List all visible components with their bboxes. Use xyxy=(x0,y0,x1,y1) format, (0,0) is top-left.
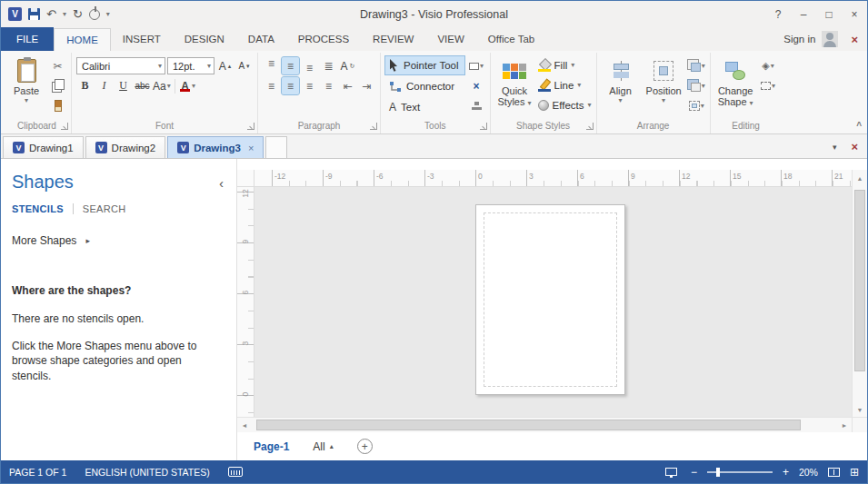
collapse-panel-icon[interactable]: ‹ xyxy=(219,175,224,191)
tab-design[interactable]: DESIGN xyxy=(173,28,236,51)
change-case-button[interactable]: Aa▾ xyxy=(153,77,171,94)
vertical-scrollbar[interactable]: ▼ xyxy=(852,187,867,417)
effects-button[interactable]: Effects ▾ xyxy=(538,96,592,114)
touch-mode-icon[interactable] xyxy=(89,9,100,20)
decrease-indent-button[interactable]: ⇤ xyxy=(339,77,356,94)
close-icon[interactable]: × xyxy=(842,1,867,27)
zoom-in-button[interactable]: + xyxy=(783,467,789,478)
underline-button[interactable]: U xyxy=(115,77,132,94)
position-button[interactable]: Position ▾ xyxy=(644,54,684,106)
cut-button[interactable]: ✂ xyxy=(49,57,66,74)
doc-tab-drawing3[interactable]: V Drawing3 × xyxy=(167,136,264,158)
font-family-select[interactable]: Calibri ▾ xyxy=(76,57,165,74)
scroll-down-button[interactable]: ▼ xyxy=(853,403,867,417)
line-button[interactable]: Line ▾ xyxy=(538,76,592,94)
insert-page-button[interactable]: + xyxy=(357,439,373,454)
grow-font-button[interactable]: A▴ xyxy=(216,57,234,74)
font-color-button[interactable]: A▾ xyxy=(179,77,196,94)
all-pages-dropdown[interactable]: All ▴ xyxy=(313,440,333,453)
align-top-button[interactable]: ≡ xyxy=(263,57,280,74)
align-middle-button[interactable]: ≡ xyxy=(282,57,299,74)
status-language[interactable]: ENGLISH (UNITED STATES) xyxy=(85,467,209,478)
paragraph-dialog-launcher-icon[interactable] xyxy=(370,123,377,130)
font-dialog-launcher-icon[interactable] xyxy=(247,123,254,130)
save-icon[interactable] xyxy=(28,8,40,20)
keyboard-icon[interactable] xyxy=(228,467,243,477)
fill-button[interactable]: Fill ▾ xyxy=(538,56,592,74)
close-drawing-icon[interactable]: × xyxy=(851,140,858,153)
visio-logo-icon[interactable]: V xyxy=(8,7,22,21)
doc-tab-drawing2[interactable]: V Drawing2 xyxy=(85,136,166,158)
group-button[interactable]: ▾ xyxy=(688,97,705,114)
collapse-ribbon-icon[interactable]: ^ xyxy=(856,121,862,131)
text-direction-button[interactable]: A↻ xyxy=(339,57,356,74)
maximize-icon[interactable]: □ xyxy=(816,1,842,27)
help-icon[interactable]: ? xyxy=(765,1,791,27)
bullets-button[interactable]: ≣ xyxy=(320,57,337,74)
tab-stencils[interactable]: STENCILS xyxy=(12,203,64,214)
customize-qat-icon[interactable]: ▾ xyxy=(106,10,110,18)
whole-page-icon[interactable]: ⊞ xyxy=(850,466,859,479)
quick-styles-button[interactable]: Quick Styles ▾ xyxy=(495,54,534,111)
zoom-level[interactable]: 20% xyxy=(799,467,818,478)
undo-icon[interactable]: ↶ xyxy=(46,7,56,21)
connector-tool-button[interactable]: Connector xyxy=(385,77,464,95)
align-right-button[interactable]: ≡ xyxy=(301,77,318,94)
tab-data[interactable]: DATA xyxy=(236,28,286,51)
tab-view[interactable]: VIEW xyxy=(425,28,475,51)
stamp-tool-button[interactable] xyxy=(468,97,485,114)
drawing-canvas[interactable] xyxy=(254,187,852,417)
align-left-button[interactable]: ≡ xyxy=(263,77,280,94)
tools-dialog-launcher-icon[interactable] xyxy=(480,123,487,130)
page-tab-page1[interactable]: Page-1 xyxy=(254,440,289,453)
tab-process[interactable]: PROCESS xyxy=(286,28,361,51)
tab-file[interactable]: FILE xyxy=(1,27,54,51)
increase-indent-button[interactable]: ⇥ xyxy=(358,77,375,94)
drawing-page[interactable] xyxy=(475,204,625,395)
paste-button[interactable]: Paste ▾ xyxy=(7,54,45,106)
bold-button[interactable]: B xyxy=(76,77,94,94)
status-page-info[interactable]: PAGE 1 OF 1 xyxy=(9,467,66,478)
vertical-scroll-thumb[interactable] xyxy=(854,190,865,371)
scroll-left-button[interactable]: ◄ xyxy=(237,418,252,432)
change-shape-button[interactable]: Change Shape ▾ xyxy=(715,54,756,111)
strikethrough-button[interactable]: abc xyxy=(134,77,151,94)
presentation-mode-icon[interactable] xyxy=(665,468,677,476)
italic-button[interactable]: I xyxy=(95,77,113,94)
more-shapes-menu[interactable]: More Shapes ▸ xyxy=(12,234,224,247)
connection-point-button[interactable]: × xyxy=(468,77,485,94)
paste-dropdown-icon[interactable]: ▾ xyxy=(25,96,28,104)
tab-home[interactable]: HOME xyxy=(54,28,111,51)
align-button[interactable]: Align ▾ xyxy=(602,54,640,106)
zoom-out-button[interactable]: − xyxy=(691,467,697,478)
tab-insert[interactable]: INSERT xyxy=(111,28,173,51)
tab-list-dropdown-icon[interactable]: ▾ xyxy=(833,143,837,152)
horizontal-scrollbar[interactable]: ◄ ► xyxy=(237,417,867,432)
doc-tab-drawing1[interactable]: V Drawing1 xyxy=(3,136,84,158)
justify-button[interactable]: ≡ xyxy=(320,77,337,94)
vertical-scroll-track[interactable] xyxy=(853,187,867,403)
align-bottom-button[interactable]: ≡ xyxy=(301,57,318,74)
bring-forward-button[interactable]: ▾ xyxy=(688,57,705,74)
pointer-tool-button[interactable]: Pointer Tool xyxy=(385,56,464,74)
font-size-select[interactable]: 12pt. ▾ xyxy=(167,57,215,74)
layers-button[interactable]: ◈▾ xyxy=(760,57,777,74)
close-document-icon[interactable]: × xyxy=(845,33,867,51)
tab-search[interactable]: SEARCH xyxy=(83,203,126,214)
horizontal-scroll-track[interactable] xyxy=(252,418,837,432)
copy-button[interactable] xyxy=(49,77,66,94)
fit-page-icon[interactable] xyxy=(828,468,840,477)
scroll-up-button[interactable]: ▲ xyxy=(852,170,867,187)
doc-tab-stub[interactable] xyxy=(265,136,287,158)
undo-dropdown-icon[interactable]: ▾ xyxy=(63,10,66,18)
zoom-slider[interactable] xyxy=(707,471,773,473)
select-button[interactable]: ▾ xyxy=(760,77,777,94)
format-painter-button[interactable] xyxy=(49,97,66,114)
scroll-right-button[interactable]: ► xyxy=(837,418,852,432)
minimize-icon[interactable]: – xyxy=(791,1,816,27)
text-tool-button[interactable]: A Text xyxy=(385,98,464,116)
horizontal-scroll-thumb[interactable] xyxy=(256,420,801,430)
send-backward-button[interactable]: ▾ xyxy=(688,77,705,94)
tab-office-tab[interactable]: Office Tab xyxy=(476,28,546,51)
shrink-font-button[interactable]: A▾ xyxy=(235,57,253,74)
